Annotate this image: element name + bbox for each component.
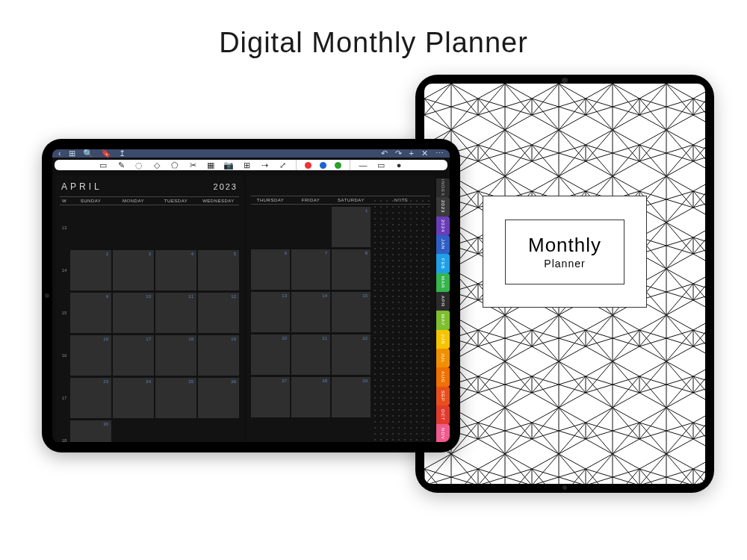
- tool-camera-icon[interactable]: 📷: [224, 161, 234, 170]
- day-cell[interactable]: [251, 207, 290, 247]
- day-cell[interactable]: 18: [155, 335, 196, 376]
- day-cell[interactable]: [291, 207, 330, 247]
- back-icon[interactable]: ‹: [58, 149, 61, 158]
- day-cell[interactable]: 13: [251, 292, 290, 332]
- tool-highlighter-icon[interactable]: ◇: [152, 161, 162, 170]
- tab-aug[interactable]: AUG: [436, 367, 450, 386]
- day-cell[interactable]: 20: [251, 335, 290, 375]
- planner-right-page[interactable]: THURSDAY FRIDAY SATURDAY NOTE 1678131415…: [247, 175, 435, 442]
- bookmark-icon[interactable]: 🔖: [101, 149, 111, 158]
- day-number: 29: [362, 379, 368, 383]
- tool-eraser-icon[interactable]: ◌: [134, 161, 144, 170]
- day-cell[interactable]: [251, 420, 290, 442]
- thumbnails-icon[interactable]: ⊞: [69, 149, 75, 158]
- day-cell[interactable]: [198, 208, 239, 248]
- day-cell[interactable]: 12: [198, 293, 239, 333]
- tab-apr[interactable]: APR: [436, 292, 450, 311]
- day-cell[interactable]: 17: [113, 335, 154, 376]
- tab-may[interactable]: MAY: [436, 311, 450, 329]
- stroke-thin-icon[interactable]: —: [359, 161, 368, 170]
- undo-icon[interactable]: ↶: [381, 149, 388, 158]
- day-cell[interactable]: 8: [332, 249, 371, 290]
- day-cell[interactable]: 7: [291, 249, 330, 290]
- day-cell[interactable]: 16: [70, 335, 111, 376]
- day-cell[interactable]: 10: [113, 293, 154, 333]
- day-cell[interactable]: 30: [70, 420, 111, 442]
- day-cell[interactable]: [70, 208, 111, 248]
- tool-shape-icon[interactable]: ⬠: [170, 161, 180, 170]
- add-icon[interactable]: +: [409, 149, 414, 158]
- col-tue: TUESDAY: [155, 199, 196, 203]
- toolbar-separator: [296, 160, 297, 170]
- day-cell[interactable]: 26: [198, 378, 239, 418]
- tab-2023[interactable]: 2023: [436, 197, 450, 216]
- day-cell[interactable]: 19: [198, 335, 239, 376]
- day-cell[interactable]: 6: [251, 249, 290, 290]
- tab-mar[interactable]: MAR: [436, 273, 450, 292]
- day-cell[interactable]: 3: [113, 250, 154, 290]
- tab-index[interactable]: INDEX: [436, 178, 450, 197]
- tool-lasso-icon[interactable]: ✂: [188, 161, 198, 170]
- day-number: 23: [103, 379, 108, 384]
- more-icon[interactable]: ⋯: [436, 149, 444, 158]
- tool-pointer-icon[interactable]: ⤢: [278, 161, 288, 170]
- tab-jun[interactable]: JUN: [436, 330, 450, 349]
- share-icon[interactable]: ↥: [119, 149, 125, 158]
- week-number: 17: [60, 378, 69, 418]
- day-cell[interactable]: [113, 420, 154, 442]
- tab-jul[interactable]: JUL: [436, 349, 450, 367]
- tab-nov[interactable]: NOV: [436, 424, 450, 442]
- day-cell[interactable]: 28: [291, 377, 330, 417]
- day-number: 5: [234, 252, 236, 256]
- tool-crop-icon[interactable]: ⊞: [242, 161, 252, 170]
- color-green[interactable]: [335, 162, 341, 169]
- color-red[interactable]: [305, 162, 311, 169]
- day-number: 17: [146, 337, 151, 341]
- tab-oct[interactable]: OCT: [436, 405, 450, 424]
- tab-feb[interactable]: FEB: [436, 254, 450, 273]
- day-cell[interactable]: 9: [70, 293, 111, 333]
- day-cell[interactable]: [198, 420, 239, 442]
- drawing-toolbar: ▭ ✎ ◌ ◇ ⬠ ✂ ▦ 📷 ⊞ ⇢ ⤢ — ▭ ●: [55, 160, 447, 170]
- day-cell[interactable]: 1: [332, 207, 371, 247]
- day-cell[interactable]: 14: [291, 292, 330, 332]
- day-headers-left: W SUNDAY MONDAY TUESDAY WEDNESDAY: [60, 196, 239, 205]
- tab-jan[interactable]: JAN: [436, 235, 450, 254]
- tool-text-icon[interactable]: ▭: [99, 161, 108, 170]
- day-cell[interactable]: 11: [155, 293, 196, 333]
- day-cell[interactable]: [155, 208, 196, 248]
- day-cell[interactable]: [291, 420, 330, 442]
- day-cell[interactable]: 27: [251, 377, 290, 417]
- tab-2024[interactable]: 2024: [436, 217, 450, 235]
- day-cell[interactable]: 4: [155, 250, 196, 290]
- app-bar: ‹ ⊞ 🔍 🔖 ↥ ↶ ↷ + ✕ ⋯: [52, 149, 450, 158]
- col-fri: FRIDAY: [291, 198, 330, 202]
- day-cell[interactable]: [113, 208, 154, 248]
- day-cell[interactable]: [332, 420, 371, 442]
- tab-sep[interactable]: SEP: [436, 387, 450, 405]
- day-cell[interactable]: 29: [332, 377, 371, 417]
- day-number: 10: [146, 294, 151, 299]
- month-label: APRIL: [61, 181, 102, 192]
- day-cell[interactable]: 23: [70, 378, 111, 418]
- day-cell[interactable]: 25: [155, 378, 196, 418]
- close-icon[interactable]: ✕: [421, 149, 428, 158]
- day-cell[interactable]: [155, 420, 196, 442]
- redo-icon[interactable]: ↷: [395, 149, 402, 158]
- search-icon[interactable]: 🔍: [83, 149, 93, 158]
- color-blue[interactable]: [320, 162, 326, 169]
- tablet-app: ‹ ⊞ 🔍 🔖 ↥ ↶ ↷ + ✕ ⋯ ▭ ✎ ◌ ◇ ⬠ ✂ ▦ 📷 ⊞ ⇢ …: [42, 139, 460, 452]
- tool-pen-icon[interactable]: ✎: [117, 161, 126, 170]
- stroke-medium-icon[interactable]: ▭: [376, 161, 386, 170]
- tool-link-icon[interactable]: ⇢: [260, 161, 270, 170]
- day-cell[interactable]: 5: [198, 250, 239, 290]
- stroke-thick-icon[interactable]: ●: [394, 161, 404, 170]
- day-number: 28: [322, 379, 327, 383]
- planner-left-page[interactable]: APRIL 2023 W SUNDAY MONDAY TUESDAY WEDNE…: [55, 175, 244, 442]
- day-cell[interactable]: 24: [113, 378, 154, 418]
- day-cell[interactable]: 22: [332, 335, 371, 375]
- day-cell[interactable]: 15: [332, 292, 371, 332]
- day-cell[interactable]: 21: [291, 335, 330, 375]
- tool-image-icon[interactable]: ▦: [206, 161, 216, 170]
- day-cell[interactable]: 2: [70, 250, 111, 290]
